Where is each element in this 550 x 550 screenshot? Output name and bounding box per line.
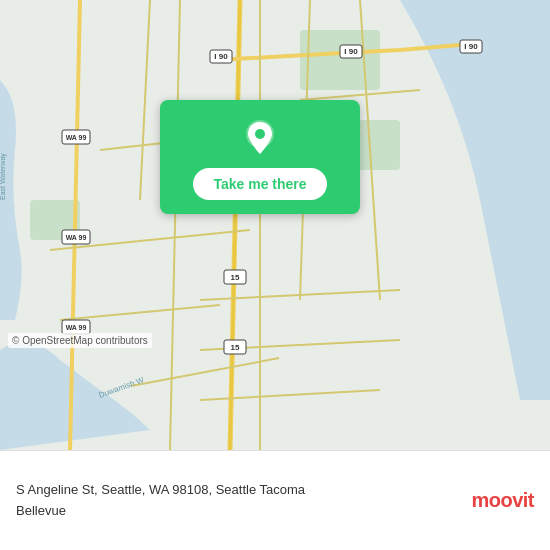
address-line-2: Bellevue: [16, 501, 459, 522]
svg-text:WA 99: WA 99: [66, 134, 87, 141]
svg-text:I 90: I 90: [344, 47, 358, 56]
svg-text:I 90: I 90: [214, 52, 228, 61]
bottom-bar: S Angeline St, Seattle, WA 98108, Seattl…: [0, 450, 550, 550]
svg-text:East Waterway: East Waterway: [0, 153, 7, 200]
svg-text:I 90: I 90: [464, 42, 478, 51]
address-section: S Angeline St, Seattle, WA 98108, Seattl…: [16, 480, 459, 522]
svg-text:15: 15: [231, 343, 240, 352]
moovit-brand-text: moovit: [471, 489, 534, 512]
app-container: 15 15 15 WA 99 WA 99 WA 99 I 90 I 90 I 9…: [0, 0, 550, 550]
svg-text:WA 99: WA 99: [66, 234, 87, 241]
moovit-logo: moovit: [471, 489, 534, 512]
location-card: Take me there: [160, 100, 360, 214]
map-area: 15 15 15 WA 99 WA 99 WA 99 I 90 I 90 I 9…: [0, 0, 550, 450]
location-pin-icon: [240, 118, 280, 158]
svg-rect-1: [300, 30, 380, 90]
take-me-there-button[interactable]: Take me there: [193, 168, 326, 200]
svg-text:WA 99: WA 99: [66, 324, 87, 331]
svg-point-41: [255, 129, 265, 139]
address-line-1: S Angeline St, Seattle, WA 98108, Seattl…: [16, 480, 459, 501]
copyright-notice: © OpenStreetMap contributors: [8, 333, 152, 348]
svg-text:15: 15: [231, 273, 240, 282]
